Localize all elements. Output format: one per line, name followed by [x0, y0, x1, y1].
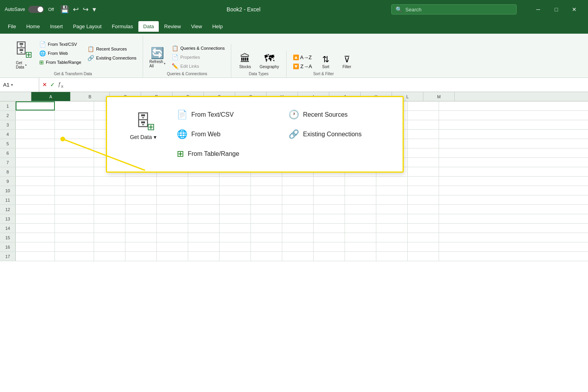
- cell-H16[interactable]: [251, 242, 282, 251]
- cell-I9[interactable]: [282, 177, 314, 186]
- cell-B11[interactable]: [55, 195, 94, 204]
- cell-B10[interactable]: [55, 186, 94, 195]
- cell-B15[interactable]: [55, 233, 94, 242]
- cell-B7[interactable]: [55, 158, 94, 167]
- menu-data[interactable]: Data: [138, 21, 158, 32]
- row-header-12[interactable]: 12: [0, 205, 16, 214]
- cell-A10[interactable]: [16, 186, 55, 195]
- cell-B16[interactable]: [55, 242, 94, 251]
- cell-F17[interactable]: [188, 252, 220, 261]
- row-header-15[interactable]: 15: [0, 233, 16, 242]
- redo-icon[interactable]: ↪: [83, 5, 89, 14]
- cell-K10[interactable]: [345, 186, 376, 195]
- row-header-10[interactable]: 10: [0, 186, 16, 195]
- filter-button[interactable]: ⊽ Filter: [337, 53, 357, 70]
- cell-H13[interactable]: [251, 214, 282, 223]
- cell-F9[interactable]: [188, 177, 220, 186]
- cell-M5[interactable]: [408, 139, 439, 148]
- cell-J14[interactable]: [314, 224, 345, 233]
- cell-K14[interactable]: [345, 224, 376, 233]
- menu-review[interactable]: Review: [160, 21, 186, 32]
- sort-az-button[interactable]: 🔼 A→Z: [290, 53, 314, 61]
- row-header-11[interactable]: 11: [0, 195, 16, 204]
- cell-K11[interactable]: [345, 195, 376, 204]
- row-header-2[interactable]: 2: [0, 111, 16, 120]
- cell-E16[interactable]: [157, 242, 188, 251]
- cell-A9[interactable]: [16, 177, 55, 186]
- save-icon[interactable]: 💾: [60, 5, 69, 14]
- row-header-17[interactable]: 17: [0, 252, 16, 261]
- cell-G13[interactable]: [220, 214, 251, 223]
- menu-help[interactable]: Help: [207, 21, 227, 32]
- cell-A2[interactable]: [16, 111, 55, 120]
- menu-insert[interactable]: Insert: [45, 21, 68, 32]
- cell-H11[interactable]: [251, 195, 282, 204]
- cell-D10[interactable]: [125, 186, 157, 195]
- cell-D17[interactable]: [125, 252, 157, 261]
- cell-F13[interactable]: [188, 214, 220, 223]
- cell-C16[interactable]: [94, 242, 125, 251]
- cell-M3[interactable]: [408, 120, 439, 129]
- search-box[interactable]: 🔍: [391, 4, 517, 14]
- cell-I14[interactable]: [282, 224, 314, 233]
- cell-M15[interactable]: [408, 233, 439, 242]
- menu-file[interactable]: File: [3, 21, 21, 32]
- cell-L13[interactable]: [376, 214, 408, 223]
- cell-I12[interactable]: [282, 205, 314, 214]
- autosave-toggle[interactable]: [28, 6, 44, 13]
- cell-D14[interactable]: [125, 224, 157, 233]
- cell-E9[interactable]: [157, 177, 188, 186]
- cell-M13[interactable]: [408, 214, 439, 223]
- queries-connections-button[interactable]: 📋 Queries & Connections: [169, 44, 227, 52]
- cell-M12[interactable]: [408, 205, 439, 214]
- cell-M10[interactable]: [408, 186, 439, 195]
- tooltip-from-table-range[interactable]: ⊞ From Table/Range: [174, 147, 278, 161]
- cell-M2[interactable]: [408, 111, 439, 120]
- cell-F10[interactable]: [188, 186, 220, 195]
- cell-A3[interactable]: [16, 120, 55, 129]
- cell-M16[interactable]: [408, 242, 439, 251]
- cell-K15[interactable]: [345, 233, 376, 242]
- cell-L14[interactable]: [376, 224, 408, 233]
- cell-A17[interactable]: [16, 252, 55, 261]
- row-header-8[interactable]: 8: [0, 167, 16, 176]
- row-header-7[interactable]: 7: [0, 158, 16, 167]
- from-text-csv-button[interactable]: 📄 From Text/CSV: [37, 40, 83, 49]
- cell-E17[interactable]: [157, 252, 188, 261]
- menu-formulas[interactable]: Formulas: [107, 21, 138, 32]
- cell-M14[interactable]: [408, 224, 439, 233]
- cell-A13[interactable]: [16, 214, 55, 223]
- cell-H9[interactable]: [251, 177, 282, 186]
- cell-B9[interactable]: [55, 177, 94, 186]
- col-header-M[interactable]: M: [423, 92, 455, 101]
- maximize-button[interactable]: □: [547, 0, 565, 19]
- cell-A1[interactable]: [16, 101, 55, 110]
- row-header-14[interactable]: 14: [0, 224, 16, 233]
- get-data-button[interactable]: 🗄 ⊞ GetData ▾: [7, 36, 35, 70]
- cell-A6[interactable]: [16, 148, 55, 157]
- cell-F16[interactable]: [188, 242, 220, 251]
- cell-F11[interactable]: [188, 195, 220, 204]
- menu-home[interactable]: Home: [22, 21, 45, 32]
- cell-K17[interactable]: [345, 252, 376, 261]
- cell-M7[interactable]: [408, 158, 439, 167]
- properties-button[interactable]: 📄 Properties: [169, 53, 227, 61]
- existing-connections-ribbon-button[interactable]: 🔗 Existing Connections: [85, 54, 139, 62]
- cell-I11[interactable]: [282, 195, 314, 204]
- cell-C14[interactable]: [94, 224, 125, 233]
- cell-I10[interactable]: [282, 186, 314, 195]
- cell-A4[interactable]: [16, 130, 55, 139]
- cell-A12[interactable]: [16, 205, 55, 214]
- cell-L9[interactable]: [376, 177, 408, 186]
- sort-za-button[interactable]: 🔽 Z→A: [290, 62, 314, 70]
- cell-L10[interactable]: [376, 186, 408, 195]
- col-header-B[interactable]: B: [71, 92, 110, 101]
- tooltip-recent-sources[interactable]: 🕐 Recent Sources: [286, 108, 390, 121]
- cell-L17[interactable]: [376, 252, 408, 261]
- cell-M9[interactable]: [408, 177, 439, 186]
- cell-B3[interactable]: [55, 120, 94, 129]
- refresh-all-button[interactable]: 🔄 RefreshAll ▾: [147, 45, 168, 69]
- stocks-button[interactable]: 🏛 Stocks: [235, 51, 255, 70]
- cell-C17[interactable]: [94, 252, 125, 261]
- cell-F12[interactable]: [188, 205, 220, 214]
